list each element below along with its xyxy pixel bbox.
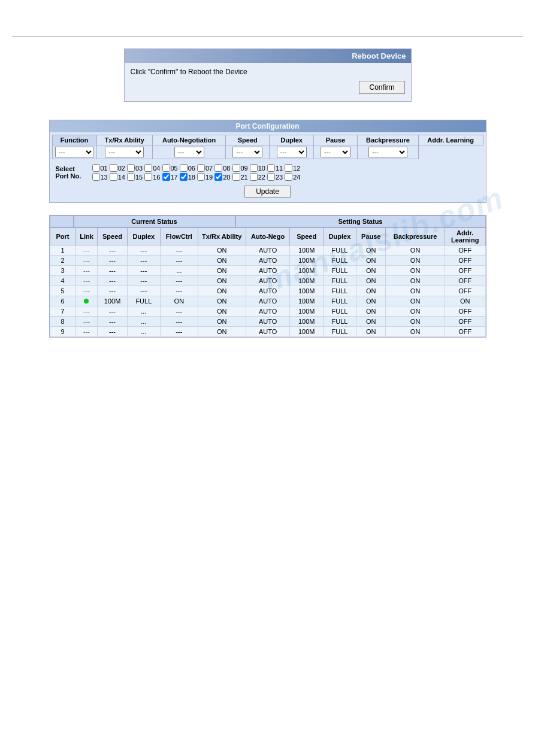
link-cell: --- [75, 317, 98, 327]
flowctrl-cell: --- [161, 306, 198, 317]
s-backpressure-cell: ON [386, 256, 445, 266]
confirm-button[interactable]: Confirm [359, 81, 404, 94]
port-checkbox-21[interactable] [232, 173, 240, 181]
s-backpressure-cell: ON [386, 327, 445, 337]
port-item-02: 02 [110, 164, 125, 172]
addr-learning-select[interactable]: --- [368, 147, 407, 157]
speed-cell: --- [98, 256, 127, 266]
port-item-08: 08 [214, 164, 230, 172]
port-checkbox-01[interactable] [92, 164, 100, 172]
auto-nego-cell: AUTO [246, 276, 290, 286]
port-item-15: 15 [127, 173, 143, 181]
flowctrl-cell: ON [161, 296, 198, 306]
link-cell: --- [75, 306, 98, 317]
port-item-04: 04 [144, 164, 160, 172]
duplex-select[interactable]: --- [232, 147, 262, 157]
port-item-20: 20 [214, 173, 230, 181]
port-cell: 4 [50, 276, 75, 286]
port-cell: 5 [50, 286, 75, 296]
speed-select[interactable]: --- [174, 147, 204, 157]
port-checkbox-06[interactable] [180, 164, 188, 172]
port-checkbox-03[interactable] [127, 164, 135, 172]
tx-rx-cell: ON [198, 286, 246, 296]
current-status-header: Current Status [74, 215, 235, 227]
s-speed-cell: 100M [290, 317, 323, 327]
port-cell: 2 [50, 256, 75, 266]
port-checkbox-19[interactable] [197, 173, 205, 181]
s-pause-cell: ON [356, 317, 386, 327]
s-speed-cell: 100M [290, 256, 323, 266]
port-checkbox-13[interactable] [92, 173, 100, 181]
port-cell: 7 [50, 306, 75, 317]
port-checkbox-18[interactable] [180, 173, 188, 181]
port-checkbox-20[interactable] [214, 173, 222, 181]
tx-rx-cell: ON [198, 296, 246, 306]
pause-select[interactable]: --- [277, 147, 307, 157]
setting-status-header: Setting Status [235, 215, 486, 227]
port-cell: 1 [50, 245, 75, 256]
port-checkbox-17[interactable] [162, 173, 170, 181]
port-checkbox-15[interactable] [127, 173, 135, 181]
port-checkbox-23[interactable] [267, 173, 275, 181]
port-checkbox-08[interactable] [214, 164, 222, 172]
port-item-12: 12 [285, 164, 300, 172]
s-backpressure-cell: ON [386, 317, 445, 327]
flowctrl-cell: ... [161, 266, 198, 276]
function-label-cell: Function [52, 135, 96, 145]
auto-nego-select[interactable]: --- [105, 147, 144, 157]
speed-cell: --- [98, 286, 127, 296]
duplex-cell: --- [127, 266, 160, 276]
status-panel: Current Status Setting Status Port Link … [49, 215, 486, 338]
s-speed-cell: 100M [290, 245, 323, 256]
port-item-24: 24 [285, 173, 300, 181]
port-checkbox-09[interactable] [232, 164, 240, 172]
auto-nego-cell: AUTO [246, 296, 290, 306]
port-checkbox-24[interactable] [285, 173, 292, 181]
link-green-indicator [84, 299, 89, 303]
duplex-cell: ... [127, 327, 160, 337]
port-checkbox-14[interactable] [110, 173, 117, 181]
backpressure-header: Backpressure [358, 135, 419, 145]
port-checkbox-11[interactable] [267, 164, 275, 172]
port-checkbox-05[interactable] [162, 164, 170, 172]
port-checkbox-10[interactable] [250, 164, 258, 172]
port-config-panel: Port Configuration Function Tx/Rx Abilit… [49, 120, 486, 203]
th-link: Link [75, 228, 98, 245]
link-cell: --- [75, 276, 98, 286]
s-backpressure-cell: ON [386, 266, 445, 276]
th-s-backpressure: Backpressure [386, 228, 445, 245]
update-button[interactable]: Update [244, 186, 291, 198]
backpressure-select[interactable]: --- [321, 147, 350, 157]
port-item-14: 14 [110, 173, 125, 181]
speed-cell: --- [98, 276, 127, 286]
port-checkbox-02[interactable] [110, 164, 117, 172]
th-auto-nego: Auto-Nego [246, 228, 290, 245]
auto-nego-cell: AUTO [246, 256, 290, 266]
port-checkbox-16[interactable] [144, 173, 152, 181]
s-pause-cell: ON [356, 266, 386, 276]
status-table: Port Link Speed Duplex FlowCtrl Tx/Rx Ab… [50, 227, 486, 337]
s-duplex-cell: FULL [323, 276, 356, 286]
s-speed-cell: 100M [290, 296, 323, 306]
port-checkbox-22[interactable] [250, 173, 258, 181]
s-pause-cell: ON [356, 245, 386, 256]
duplex-cell: ... [127, 317, 160, 327]
auto-nego-cell: AUTO [246, 245, 290, 256]
duplex-cell: --- [127, 245, 160, 256]
table-row: 2 --- --- --- --- ON AUTO 100M FULL ON O… [50, 256, 485, 266]
link-cell: --- [75, 266, 98, 276]
reboot-title: Reboot Device [125, 49, 411, 63]
addr-learning-cell: OFF [445, 286, 485, 296]
addr-learning-cell: OFF [445, 276, 485, 286]
port-checkbox-07[interactable] [197, 164, 205, 172]
port-checkbox-12[interactable] [285, 164, 292, 172]
s-speed-cell: 100M [290, 266, 323, 276]
port-item-01: 01 [92, 164, 108, 172]
tx-rx-select-cell: --- [52, 145, 96, 159]
table-row: 7 --- --- ... --- ON AUTO 100M FULL ON O… [50, 306, 485, 317]
tx-rx-select[interactable]: --- [55, 147, 94, 157]
port-item-18: 18 [180, 173, 195, 181]
port-select-label: SelectPort No. [56, 164, 89, 180]
port-checkbox-04[interactable] [144, 164, 152, 172]
table-row: 5 --- --- --- --- ON AUTO 100M FULL ON O… [50, 286, 485, 296]
